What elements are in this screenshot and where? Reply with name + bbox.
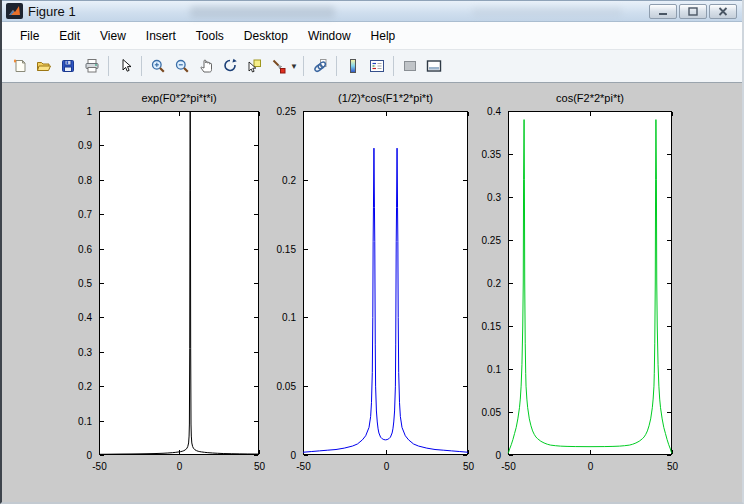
save-figure-button[interactable] <box>56 54 80 78</box>
open-folder-icon <box>36 58 52 74</box>
y-tick-label: 0.05 <box>482 407 502 418</box>
menu-bar: File Edit View Insert Tools Desktop Wind… <box>2 22 742 50</box>
subplot-title: exp(F0*2*pi*t*i) <box>141 92 216 104</box>
rotate-3d-button[interactable] <box>218 54 242 78</box>
menu-window[interactable]: Window <box>298 25 361 47</box>
subplot-1: -5005000.10.20.30.40.50.60.70.80.91exp(F… <box>99 111 259 455</box>
y-tick-label: 0.05 <box>277 381 297 392</box>
window-controls <box>649 4 737 19</box>
y-tick-label: 0 <box>290 450 296 461</box>
toolbar-separator <box>108 56 109 76</box>
printer-icon <box>84 58 100 74</box>
y-tick-label: 0.8 <box>78 175 92 186</box>
subplot-2: -5005000.050.10.150.20.25(1/2)*cos(F1*2*… <box>303 111 468 455</box>
title-bar[interactable]: Figure 1 <box>2 0 742 22</box>
y-tick-label: 0.1 <box>78 416 92 427</box>
maximize-button[interactable] <box>679 4 707 19</box>
brush-dropdown-arrow[interactable]: ▼ <box>290 62 299 71</box>
y-tick-label: 0.4 <box>78 312 92 323</box>
axes: -5005000.050.10.150.20.250.30.350.4cos(F… <box>508 111 672 455</box>
open-file-button[interactable] <box>32 54 56 78</box>
hide-plot-tools-button[interactable] <box>398 54 422 78</box>
link-plot-icon <box>312 58 328 74</box>
redacted-text-region <box>190 6 335 18</box>
rotate-3d-icon <box>222 58 238 74</box>
window-title: Figure 1 <box>28 4 76 19</box>
brush-button[interactable] <box>266 54 290 78</box>
y-tick-label: 0.15 <box>277 244 297 255</box>
subplot-title: (1/2)*cos(F1*2*pi*t) <box>338 92 433 104</box>
plot-area <box>304 112 468 455</box>
menu-tools[interactable]: Tools <box>186 25 234 47</box>
x-tick-label: 50 <box>463 461 475 472</box>
show-plot-tools-button[interactable] <box>422 54 446 78</box>
y-tick-label: 0.1 <box>282 312 296 323</box>
x-tick-label: 0 <box>384 461 390 472</box>
y-tick-label: 0.2 <box>487 278 501 289</box>
close-icon <box>718 7 728 16</box>
insert-legend-button[interactable] <box>365 54 389 78</box>
y-tick-label: 0.25 <box>482 235 502 246</box>
y-tick-label: 0.3 <box>78 347 92 358</box>
menu-desktop[interactable]: Desktop <box>234 25 298 47</box>
minimize-button[interactable] <box>649 4 677 19</box>
axes: -5005000.050.10.150.20.25(1/2)*cos(F1*2*… <box>303 111 468 455</box>
x-tick-label: -50 <box>296 461 311 472</box>
y-tick-label: 0 <box>86 450 92 461</box>
close-button[interactable] <box>709 4 737 19</box>
menu-file[interactable]: File <box>10 25 49 47</box>
pan-button[interactable] <box>194 54 218 78</box>
plot-area <box>100 112 259 455</box>
toolbar-separator <box>336 56 337 76</box>
maximize-icon <box>688 7 698 16</box>
zoom-in-button[interactable] <box>146 54 170 78</box>
redacted-text-region-2 <box>472 7 622 17</box>
toolbar-separator <box>393 56 394 76</box>
menu-help[interactable]: Help <box>361 25 406 47</box>
subplot-3: -5005000.050.10.150.20.250.30.350.4cos(F… <box>508 111 672 455</box>
zoom-out-icon <box>174 58 190 74</box>
toolbar-separator <box>303 56 304 76</box>
data-cursor-icon <box>246 58 262 74</box>
edit-plot-button[interactable] <box>113 54 137 78</box>
x-tick-label: -50 <box>92 461 107 472</box>
new-figure-icon <box>12 58 28 74</box>
y-tick-label: 0.7 <box>78 209 92 220</box>
y-tick-label: 0.2 <box>282 175 296 186</box>
print-figure-button[interactable] <box>80 54 104 78</box>
y-tick-label: 0 <box>495 450 501 461</box>
menu-view[interactable]: View <box>90 25 136 47</box>
x-tick-label: 0 <box>588 461 594 472</box>
figure-window: Figure 1 File Edit View Insert Tools Des… <box>0 0 744 504</box>
y-tick-label: 0.5 <box>78 278 92 289</box>
toolbar-separator <box>141 56 142 76</box>
x-tick-label: -50 <box>501 461 516 472</box>
zoom-in-icon <box>150 58 166 74</box>
y-tick-label: 1 <box>86 106 92 117</box>
colorbar-icon <box>345 58 361 74</box>
link-plot-button[interactable] <box>308 54 332 78</box>
y-tick-label: 0.35 <box>482 149 502 160</box>
brush-icon <box>270 58 286 74</box>
menu-edit[interactable]: Edit <box>49 25 90 47</box>
menu-insert[interactable]: Insert <box>136 25 186 47</box>
zoom-out-button[interactable] <box>170 54 194 78</box>
hide-plot-tools-icon <box>402 58 418 74</box>
new-figure-button[interactable] <box>8 54 32 78</box>
x-tick-label: 50 <box>254 461 266 472</box>
legend-icon <box>369 58 385 74</box>
insert-colorbar-button[interactable] <box>341 54 365 78</box>
y-tick-label: 0.25 <box>277 106 297 117</box>
minimize-icon <box>658 7 668 16</box>
y-tick-label: 0.2 <box>78 381 92 392</box>
y-tick-label: 0.15 <box>482 321 502 332</box>
save-floppy-icon <box>60 58 76 74</box>
matlab-figure-icon <box>6 3 23 19</box>
data-cursor-button[interactable] <box>242 54 266 78</box>
figure-canvas: -5005000.10.20.30.40.50.60.70.80.91exp(F… <box>2 83 742 502</box>
x-tick-label: 0 <box>177 461 183 472</box>
y-tick-label: 0.9 <box>78 140 92 151</box>
hand-icon <box>198 58 214 74</box>
show-plot-tools-icon <box>426 58 442 74</box>
plot-area <box>509 112 672 455</box>
